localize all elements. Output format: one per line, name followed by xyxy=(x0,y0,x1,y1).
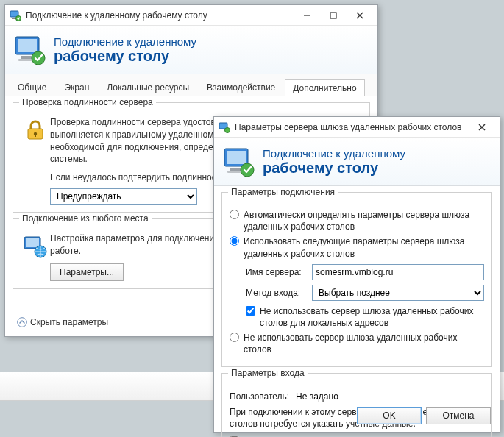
dialog-footer: OK Отмена xyxy=(357,407,491,424)
tab-general[interactable]: Общие xyxy=(10,79,54,96)
logon-method-label: Метод входа: xyxy=(246,288,312,298)
window-title: Подключение к удаленному рабочему столу xyxy=(26,10,294,21)
server-auth-legend: Проверка подлинности сервера xyxy=(19,97,156,107)
bypass-local-label: Не использовать сервер шлюза удаленных р… xyxy=(260,305,484,329)
tabs: Общие Экран Локальные ресурсы Взаимодейс… xyxy=(5,74,377,96)
radio-do-not-use[interactable] xyxy=(230,333,239,342)
svg-point-2 xyxy=(16,15,21,21)
tab-display[interactable]: Экран xyxy=(56,79,97,96)
lock-icon xyxy=(21,116,50,143)
hide-options-toggle[interactable]: Скрыть параметры xyxy=(17,317,108,327)
titlebar[interactable]: Подключение к удаленному рабочему столу xyxy=(5,5,377,26)
svg-rect-16 xyxy=(26,238,39,247)
globe-icon xyxy=(21,232,50,259)
tab-advanced[interactable]: Дополнительно xyxy=(285,79,364,96)
gateway-settings-dialog: Параметры сервера шлюза удаленных рабочи… xyxy=(213,116,500,433)
dlg-title: Параметры сервера шлюза удаленных рабочи… xyxy=(235,122,469,132)
ok-button[interactable]: OK xyxy=(357,407,422,424)
auth-action-select[interactable]: Предупреждать xyxy=(50,188,197,205)
app-icon xyxy=(10,10,21,21)
minimize-button[interactable] xyxy=(294,7,320,24)
app-icon xyxy=(219,121,230,133)
svg-rect-8 xyxy=(18,39,37,52)
user-label: Пользователь: xyxy=(230,391,296,402)
banner-line1: Подключение к удаленному xyxy=(54,35,196,48)
dlg-close-button[interactable] xyxy=(469,119,495,135)
cancel-button[interactable]: Отмена xyxy=(426,407,491,424)
hide-options-label: Скрыть параметры xyxy=(30,317,108,327)
tab-experience[interactable]: Взаимодействие xyxy=(199,79,283,96)
banner-text: Подключение к удаленному рабочему столу xyxy=(263,147,405,177)
svg-rect-14 xyxy=(35,134,36,137)
dlg-banner-line2: рабочему столу xyxy=(263,160,405,177)
radio-auto-detect-label: Автоматически определять параметры серве… xyxy=(244,209,484,232)
svg-rect-24 xyxy=(227,151,246,164)
chevron-up-icon xyxy=(17,317,27,327)
maximize-button[interactable] xyxy=(320,7,347,24)
banner-text: Подключение к удаленному рабочему столу xyxy=(54,35,196,65)
banner-line2: рабочему столу xyxy=(54,48,196,65)
tab-local-resources[interactable]: Локальные ресурсы xyxy=(99,79,197,96)
radio-auto-detect[interactable] xyxy=(230,210,239,219)
server-name-input[interactable] xyxy=(312,264,484,280)
dlg-titlebar[interactable]: Параметры сервера шлюза удаленных рабочи… xyxy=(214,117,500,138)
anywhere-legend: Подключение из любого места xyxy=(19,213,152,224)
radio-do-not-use-label: Не использовать сервер шлюза удаленных р… xyxy=(244,332,484,355)
banner-icon xyxy=(14,34,46,66)
radio-use-settings[interactable] xyxy=(230,236,239,246)
conn-legend: Параметры подключения xyxy=(228,187,338,197)
logon-method-select[interactable]: Выбрать позднее xyxy=(312,285,484,301)
dlg-banner: Подключение к удаленному рабочему столу xyxy=(214,138,500,186)
banner-icon xyxy=(223,146,255,178)
gateway-settings-button[interactable]: Параметры... xyxy=(50,263,124,281)
bypass-local-checkbox[interactable] xyxy=(246,306,255,316)
svg-point-20 xyxy=(225,127,230,132)
dlg-banner-line1: Подключение к удаленному xyxy=(263,147,405,160)
connection-params-group: Параметры подключения Автоматически опре… xyxy=(221,192,492,367)
close-button[interactable] xyxy=(347,7,373,24)
server-name-label: Имя сервера: xyxy=(246,267,312,277)
radio-use-settings-label: Использовать следующие параметры сервера… xyxy=(244,235,484,259)
logon-params-group: Параметры входа Пользователь: Не задано … xyxy=(221,373,492,438)
banner: Подключение к удаленному рабочему столу xyxy=(5,26,377,74)
user-value: Не задано xyxy=(296,391,484,402)
svg-rect-4 xyxy=(330,13,336,18)
logon-legend: Параметры входа xyxy=(228,368,308,378)
svg-point-18 xyxy=(18,318,27,327)
